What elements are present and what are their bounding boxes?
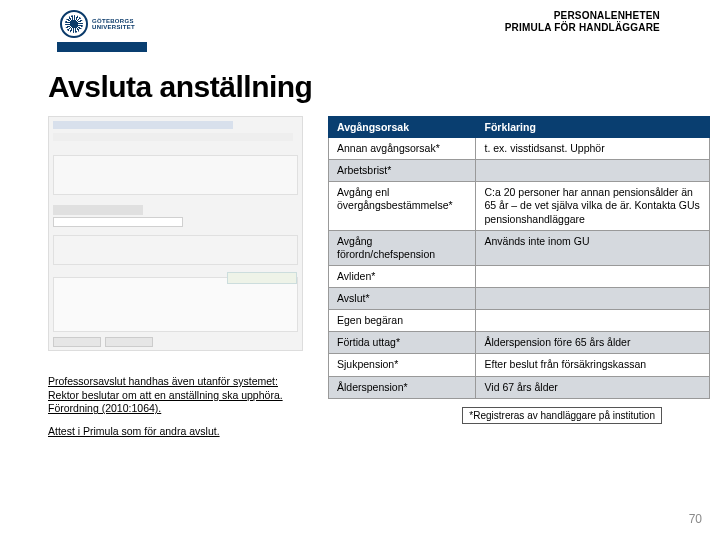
table-cell-reason: Annan avgångsorsak* bbox=[329, 138, 476, 160]
header-dept: PERSONALENHETEN bbox=[505, 10, 660, 22]
table-cell-explanation: C:a 20 personer har annan pensionsålder … bbox=[476, 182, 710, 230]
right-column: Avgångsorsak Förklaring Annan avgångsors… bbox=[328, 116, 710, 448]
org-name-line2: UNIVERSITET bbox=[92, 24, 135, 30]
table-cell-explanation bbox=[476, 310, 710, 332]
table-cell-explanation: Efter beslut från försäkringskassan bbox=[476, 354, 710, 376]
table-row: Förtida uttag*Ålderspension före 65 års … bbox=[329, 332, 710, 354]
table-cell-reason: Förtida uttag* bbox=[329, 332, 476, 354]
header-subtitle: PRIMULA FÖR HANDLÄGGARE bbox=[505, 22, 660, 34]
table-cell-explanation bbox=[476, 288, 710, 310]
notes: Professorsavslut handhas även utanför sy… bbox=[48, 375, 298, 439]
note-line-4: Attest i Primula som för andra avslut. bbox=[48, 425, 220, 437]
table-row: Sjukpension*Efter beslut från försäkring… bbox=[329, 354, 710, 376]
table-cell-reason: Avliden* bbox=[329, 265, 476, 287]
table-head-reason: Avgångsorsak bbox=[329, 117, 476, 138]
note-line-2: Rektor beslutar om att en anställning sk… bbox=[48, 389, 283, 401]
table-row: Avgång enl övergångsbestämmelse*C:a 20 p… bbox=[329, 182, 710, 230]
table-cell-explanation: Används inte inom GU bbox=[476, 230, 710, 265]
form-screenshot bbox=[48, 116, 303, 351]
table-row: Arbetsbrist* bbox=[329, 160, 710, 182]
table-cell-reason: Egen begäran bbox=[329, 310, 476, 332]
table-row: Avslut* bbox=[329, 288, 710, 310]
reason-table: Avgångsorsak Förklaring Annan avgångsors… bbox=[328, 116, 710, 399]
table-cell-reason: Arbetsbrist* bbox=[329, 160, 476, 182]
footnote: *Registreras av handläggare på instituti… bbox=[462, 407, 662, 424]
table-row: Avgång förordn/chefspensionAnvänds inte … bbox=[329, 230, 710, 265]
header: GÖTEBORGS UNIVERSITET PERSONALENHETEN PR… bbox=[0, 0, 720, 44]
table-cell-explanation bbox=[476, 160, 710, 182]
logo: GÖTEBORGS UNIVERSITET bbox=[60, 10, 135, 38]
page-title: Avsluta anställning bbox=[0, 52, 720, 116]
table-head-explanation: Förklaring bbox=[476, 117, 710, 138]
table-cell-reason: Ålderspension* bbox=[329, 376, 476, 398]
logo-seal-icon bbox=[60, 10, 88, 38]
header-right: PERSONALENHETEN PRIMULA FÖR HANDLÄGGARE bbox=[505, 10, 660, 33]
table-cell-explanation: t. ex. visstidsanst. Upphör bbox=[476, 138, 710, 160]
note-line-1: Professorsavslut handhas även utanför sy… bbox=[48, 375, 278, 387]
table-row: Annan avgångsorsak*t. ex. visstidsanst. … bbox=[329, 138, 710, 160]
table-row: Avliden* bbox=[329, 265, 710, 287]
table-cell-reason: Avgång förordn/chefspension bbox=[329, 230, 476, 265]
note-line-3: Förordning (2010:1064). bbox=[48, 402, 161, 414]
table-cell-explanation: Ålderspension före 65 års ålder bbox=[476, 332, 710, 354]
left-column: Professorsavslut handhas även utanför sy… bbox=[48, 116, 318, 448]
note-paragraph-1: Professorsavslut handhas även utanför sy… bbox=[48, 375, 298, 416]
page-number: 70 bbox=[689, 512, 702, 526]
logo-text: GÖTEBORGS UNIVERSITET bbox=[92, 18, 135, 30]
main-content: Professorsavslut handhas även utanför sy… bbox=[0, 116, 720, 448]
header-strip bbox=[57, 42, 147, 52]
table-row: Egen begäran bbox=[329, 310, 710, 332]
table-cell-explanation: Vid 67 års ålder bbox=[476, 376, 710, 398]
table-cell-explanation bbox=[476, 265, 710, 287]
table-cell-reason: Sjukpension* bbox=[329, 354, 476, 376]
table-row: Ålderspension*Vid 67 års ålder bbox=[329, 376, 710, 398]
table-cell-reason: Avslut* bbox=[329, 288, 476, 310]
table-cell-reason: Avgång enl övergångsbestämmelse* bbox=[329, 182, 476, 230]
